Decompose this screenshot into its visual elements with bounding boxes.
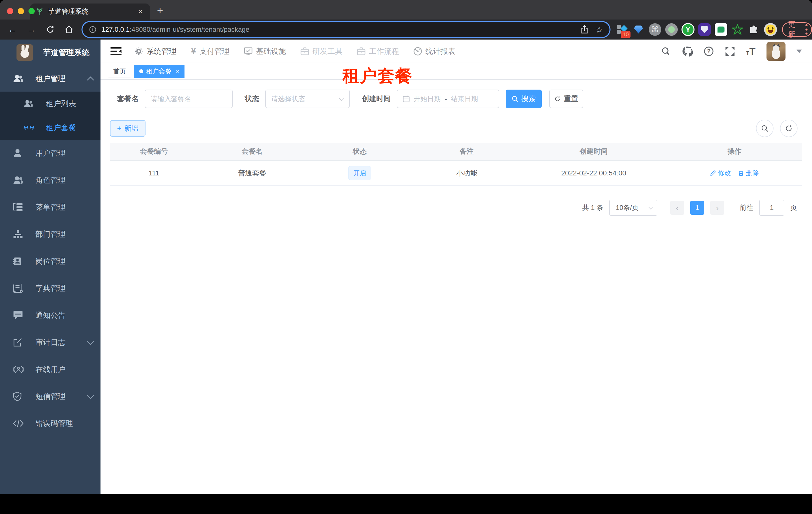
- page-number-button[interactable]: 1: [690, 201, 704, 215]
- chevron-down-icon: [339, 96, 345, 101]
- close-window-button[interactable]: [7, 8, 13, 14]
- svg-text:?: ?: [707, 48, 710, 55]
- page-size-value: 10条/页: [616, 203, 639, 212]
- help-icon[interactable]: ?: [704, 46, 714, 56]
- page-size-select[interactable]: 10条/页: [609, 200, 657, 216]
- status-select[interactable]: 请选择状态: [265, 89, 350, 108]
- browser-menu-icon[interactable]: •••: [805, 23, 808, 36]
- shield-purple-icon[interactable]: [698, 23, 711, 36]
- sidebar-item-notice[interactable]: 通知公告: [0, 302, 100, 329]
- sidebar-item-department-management[interactable]: 部门管理: [0, 221, 100, 248]
- sidebar-item-tenant-list[interactable]: 租户列表: [0, 91, 100, 116]
- package-name-input-wrap: [145, 89, 233, 108]
- sidebar-item-tenant-management[interactable]: 租户管理: [0, 65, 100, 91]
- tag-tenant-package[interactable]: 租户套餐 ×: [134, 65, 184, 78]
- next-page-button[interactable]: ›: [710, 201, 724, 215]
- nav-item-system[interactable]: 系统管理: [135, 46, 176, 57]
- cell-package-id: 111: [110, 169, 198, 177]
- delete-link[interactable]: 删除: [738, 169, 759, 178]
- search-icon: [512, 96, 518, 102]
- search-button[interactable]: 搜索: [506, 89, 542, 108]
- add-button[interactable]: + 新增: [110, 120, 145, 137]
- emoji-face-icon[interactable]: [764, 23, 777, 36]
- sidebar-item-label: 租户列表: [46, 99, 76, 109]
- share-icon[interactable]: [581, 25, 588, 34]
- new-tab-button[interactable]: +: [157, 4, 163, 17]
- briefcase-icon: [357, 47, 366, 55]
- column-header: 备注: [413, 147, 520, 156]
- home-icon[interactable]: [64, 25, 74, 34]
- sidebar-item-user-management[interactable]: 用户管理: [0, 140, 100, 167]
- search-icon[interactable]: [661, 47, 671, 56]
- star-green-icon[interactable]: [731, 23, 744, 36]
- sidebar-item-tenant-package[interactable]: 租户套餐: [0, 116, 100, 140]
- nav-item-payment[interactable]: ¥ 支付管理: [191, 46, 230, 57]
- show-search-button[interactable]: [756, 119, 774, 137]
- app-header: 系统管理 ¥ 支付管理 基础设施 研发工具: [100, 39, 812, 63]
- sidebar-item-dict-management[interactable]: 字典管理: [0, 275, 100, 302]
- tag-home[interactable]: 首页: [108, 65, 131, 78]
- refresh-button[interactable]: [780, 119, 798, 137]
- nav-item-report[interactable]: 统计报表: [413, 46, 456, 57]
- url-text[interactable]: 127.0.0.1:48080/admin-ui/system/tenant/p…: [102, 26, 581, 33]
- gem-icon[interactable]: [632, 23, 645, 36]
- site-info-icon[interactable]: [89, 26, 96, 33]
- browser-tab[interactable]: 芋道管理系统 ×: [30, 3, 150, 20]
- package-name-input[interactable]: [151, 95, 227, 103]
- reset-button[interactable]: 重置: [549, 89, 583, 108]
- chat-green-icon[interactable]: [715, 23, 727, 36]
- caret-down-icon[interactable]: [796, 50, 802, 53]
- goto-page-input[interactable]: [760, 200, 784, 215]
- back-icon[interactable]: ←: [8, 24, 17, 35]
- tag-close-icon[interactable]: ×: [176, 68, 179, 75]
- github-icon[interactable]: [682, 46, 693, 57]
- nav-item-workflow[interactable]: 工作流程: [357, 46, 399, 57]
- blocks-diamond-icon[interactable]: 10: [615, 23, 629, 36]
- sidebar: 芋道管理系统 租户管理 租户列表 租户套餐: [0, 39, 100, 494]
- nav-item-infrastructure[interactable]: 基础设施: [244, 46, 286, 57]
- sidebar-item-label: 通知公告: [35, 310, 65, 321]
- zoom-window-button[interactable]: [29, 8, 35, 14]
- sidebar-item-post-management[interactable]: 岗位管理: [0, 248, 100, 275]
- font-size-icon[interactable]: тT: [746, 46, 755, 57]
- sidebar-item-audit-log[interactable]: 审计日志: [0, 329, 100, 356]
- edit-log-icon: [13, 337, 25, 347]
- reload-icon[interactable]: [46, 25, 55, 34]
- sidebar-collapse-icon[interactable]: [111, 47, 122, 56]
- avatar[interactable]: [766, 42, 785, 61]
- status-badge: 开启: [348, 166, 371, 180]
- sidebar-item-error-code[interactable]: 错误码管理: [0, 410, 100, 437]
- y-circle-icon[interactable]: Y: [682, 23, 695, 36]
- data-table: 套餐编号 套餐名 状态 备注 创建时间 操作 111 普通套餐 开启 小功能 2…: [110, 143, 802, 186]
- sidebar-item-role-management[interactable]: 角色管理: [0, 167, 100, 194]
- sidebar-item-label: 租户套餐: [46, 123, 76, 133]
- prev-page-button[interactable]: ‹: [670, 201, 684, 215]
- app-logo: [17, 44, 33, 61]
- sidebar-item-label: 部门管理: [35, 229, 65, 240]
- edit-link[interactable]: 修改: [710, 169, 731, 178]
- command-icon[interactable]: ⌘: [648, 23, 662, 36]
- update-label: 更新: [788, 20, 802, 39]
- sidebar-item-label: 短信管理: [35, 391, 65, 402]
- fullscreen-icon[interactable]: [725, 46, 735, 57]
- date-end-placeholder: 结束日期: [451, 94, 478, 103]
- sidebar-item-menu-management[interactable]: 菜单管理: [0, 194, 100, 221]
- favicon-plant-icon: [36, 8, 44, 15]
- browser-update-button[interactable]: 更新 •••: [782, 22, 812, 37]
- record-circle-icon[interactable]: [665, 23, 678, 36]
- sidebar-submenu-tenant: 租户列表 租户套餐: [0, 91, 100, 140]
- yen-icon: ¥: [191, 46, 196, 57]
- puzzle-icon[interactable]: [748, 23, 760, 36]
- chevron-down-icon: [87, 392, 94, 399]
- minimize-window-button[interactable]: [18, 8, 24, 14]
- sidebar-item-sms-management[interactable]: 短信管理: [0, 383, 100, 410]
- cell-remark: 小功能: [413, 168, 520, 178]
- sidebar-item-online-users[interactable]: 在线用户: [0, 356, 100, 383]
- date-range-picker[interactable]: 开始日期 - 结束日期: [397, 89, 499, 108]
- dictionary-icon: [13, 284, 25, 293]
- nav-item-dev-tools[interactable]: 研发工具: [300, 46, 343, 57]
- tab-close-icon[interactable]: ×: [137, 7, 144, 16]
- url-bar[interactable]: 127.0.0.1:48080/admin-ui/system/tenant/p…: [83, 22, 609, 37]
- bookmark-star-icon[interactable]: ☆: [595, 25, 603, 34]
- forward-icon[interactable]: →: [27, 24, 36, 35]
